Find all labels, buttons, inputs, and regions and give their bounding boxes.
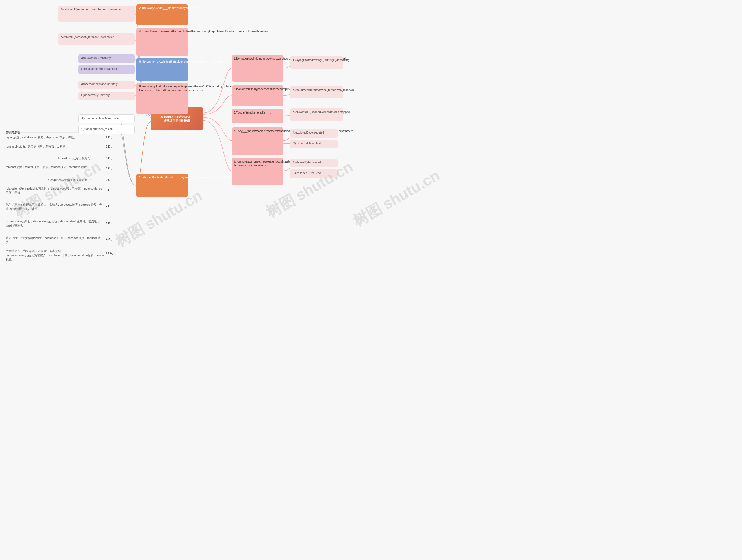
q7-choices-1: A)exploredB)persecuted bbox=[290, 129, 338, 137]
answer-10-prefix: 大学英语四、六级考试…四级词汇备考资料 bbox=[6, 249, 64, 253]
answer-9-label: 9.A。 bbox=[106, 237, 113, 242]
q1-choices: A)layingB)withdrawingC)puttingD)depositi… bbox=[290, 56, 343, 69]
q10-node: 10.Amongthedeafanddumb___maybecarriedonb… bbox=[136, 174, 188, 197]
q8-choices-2: C)abnormallyD)timidly bbox=[78, 92, 135, 100]
answer-4-label: 4.C。 bbox=[106, 167, 113, 171]
q9-choices-2: C)lessenedD)reduced bbox=[290, 169, 338, 178]
q4-node: 4.Duringthenextfewweeksthescientistswill… bbox=[136, 28, 188, 56]
main-canvas: 2016年12月英语四级词汇 语法练习题 第019组 2.Thelovelypi… bbox=[0, 0, 742, 560]
answer-10-text: communication此处意为"交流"；calculation计算；tran… bbox=[6, 254, 104, 262]
answer-6-label: 6.D。 bbox=[106, 188, 113, 192]
answer-10-label: 10.A。 bbox=[106, 251, 115, 256]
q8-choices-1: A)occasionallyB)deliberately bbox=[78, 80, 135, 89]
q5-node: 5.Youcan'tsmokehere;it's___. bbox=[232, 109, 283, 123]
q1-node: 1.Nomatterhowlittlemoneywehave,weshouldg… bbox=[232, 55, 283, 82]
answer-1-text: laying放置；withdrawing取出；depositing存放，寄款。 bbox=[6, 135, 104, 139]
comm-choices-2: C)transportationD)vision bbox=[78, 125, 135, 134]
q3-choices: A)tookdownB)brokedownC)toredownD)felldow… bbox=[290, 86, 343, 99]
answer-5-label: 5.C。 bbox=[106, 178, 113, 182]
answer-2-label: 2.D。 bbox=[106, 145, 113, 149]
q7-choices-2: C)extendedD)pinched bbox=[290, 139, 338, 148]
answer-3-label: 3.B。 bbox=[106, 157, 113, 161]
watermark-4: 树图 shutu.cn bbox=[349, 165, 443, 231]
q2-node: 2.Thelovelypicture___meofmyhappychildhoo… bbox=[136, 4, 188, 25]
answer-5-text: prohibit"表示根据法律或条规禁止"。 bbox=[48, 178, 104, 182]
answer-1-label: 1.D。 bbox=[106, 135, 113, 139]
q9-node: 9.Tomygreatsurprise,thesweaterIboughtlas… bbox=[232, 158, 283, 185]
answer-8-text: occasionally偶尔地；deliberately故意地；abnormal… bbox=[6, 220, 104, 228]
q4-choices: A)foretellB)foreseeC)forecastD)forenotic… bbox=[58, 33, 135, 45]
q6-choices-2: C)reluctanceD)inconvenience bbox=[78, 65, 135, 74]
answer-7-text: 他们迫害与他们观点不一致的人；常错入: persecute迫害；explore探… bbox=[6, 203, 104, 211]
comm-choices-1: A)communicationB)calculation bbox=[78, 114, 135, 123]
answer-6-text: relaxation松弛；reliability可靠性；reluctance勉强… bbox=[6, 187, 104, 195]
q7-node: 7.They___thosewhodidn'tconformtotheirdea… bbox=[232, 127, 283, 155]
answer-8-label: 8.B。 bbox=[106, 221, 113, 225]
q3-node: 3.Icouldn'tfinishmypaperbecausethecomput… bbox=[232, 86, 283, 106]
q2-choices: A)retainedB)refreshedC)recollectedD)remi… bbox=[58, 6, 135, 22]
answer-9-text: 表示"缩短、缩水"需用shrink；decreased下降；lessened变少… bbox=[6, 236, 104, 244]
answer-2-text: remindsb.ofsth。为固定搭配，意为"使......想起"。 bbox=[6, 145, 104, 149]
answer-4-text: forecast预报；foretell预言，预示；foresee预见；foren… bbox=[6, 165, 104, 169]
answers-header: 答案与解析： bbox=[6, 130, 23, 134]
center-title: 2016年12月英语四级词汇 语法练习题 第019组 bbox=[160, 115, 193, 122]
answer-3-text: breakdown意为"出故障"。 bbox=[58, 157, 104, 161]
q9-choices-1: A)shrankB)decreased bbox=[290, 159, 338, 167]
q5-choices: A)preventedB)ceasedC)prohibitedD)stopped bbox=[290, 108, 343, 120]
answer-7-label: 7.B。 bbox=[106, 204, 113, 208]
q6-node: 6.Itiscommonknowledgethatsoldiershavetoe… bbox=[136, 58, 188, 81]
q8-node: 8.Inanattempttoduplucatethepaintingstyle… bbox=[136, 83, 188, 114]
q6-choices-1: A)relaxationB)reliability bbox=[78, 54, 135, 63]
